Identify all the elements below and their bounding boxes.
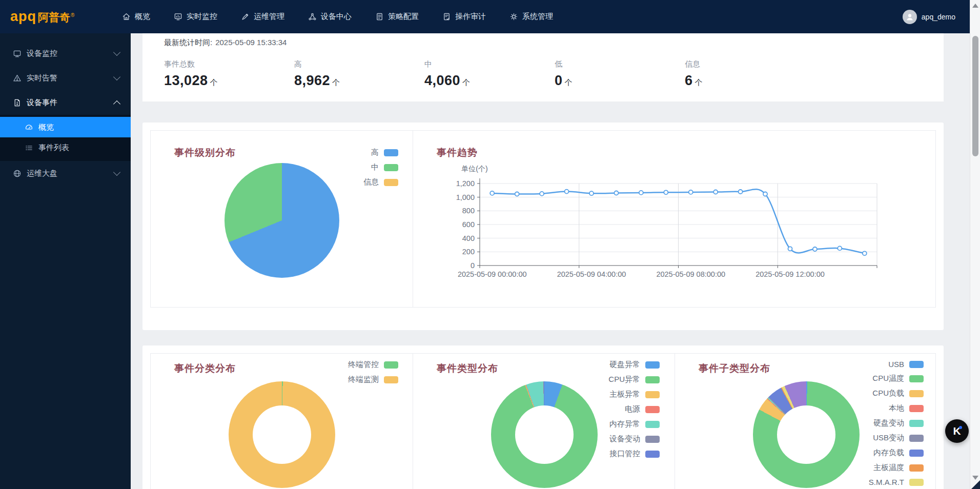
chevron-down-icon [113,169,120,176]
sidebar-item-1[interactable]: 实时告警 [0,66,131,90]
legend-item[interactable]: 硬盘异常 [608,360,660,370]
legend-swatch [645,421,660,428]
legend-swatch [645,361,660,369]
nav-item-5[interactable]: 操作审计 [442,12,486,22]
legend-swatch [909,361,924,368]
sidebar-item-label: 运维大盘 [27,169,57,178]
nav-item-label: 操作审计 [455,12,486,22]
top-navbar: apq 阿普奇 ® 概览实时监控运维管理设备中心策略配置操作审计系统管理 apq… [0,0,980,33]
charts-row-2: 事件分类分布 终端管控 终端监测 事件类型分布 硬盘异常 CPU异常 主板异常 [142,345,944,489]
legend-item[interactable]: USB变动 [858,433,924,443]
sidebar-item-0[interactable]: 设备监控 [0,41,131,66]
brand-logo: apq 阿普奇 ® [0,9,114,25]
legend-item[interactable]: CPU温度 [858,374,924,383]
last-updated-value: 2025-05-09 15:33:34 [215,38,287,47]
legend-item[interactable]: 终端监测 [348,375,398,384]
alert-triangle-icon [13,74,22,83]
legend-item[interactable]: CPU负载 [858,389,924,398]
legend-item[interactable]: 本地 [858,403,924,413]
nav-item-label: 系统管理 [522,12,553,22]
user-avatar-icon [903,10,917,24]
chart-title-event-level: 事件级别分布 [174,146,236,159]
scroll-up-arrow-icon[interactable] [972,4,978,8]
dashboard-gauge-icon [25,123,33,132]
panel-event-subtype-distribution: 事件子类型分布 USB CPU温度 CPU负载 本地 硬盘变动 USB变动 内存… [675,354,936,489]
nav-item-label: 实时监控 [187,12,217,22]
legend-item[interactable]: CPU异常 [608,375,660,384]
sidebar-subitem-1[interactable]: 事件列表 [0,137,131,158]
sidebar-submenu: 概览事件列表 [0,115,131,161]
legend-item[interactable]: 信息 [363,177,398,187]
legend-item[interactable]: 硬盘变动 [858,418,924,428]
legend-label: 硬盘变动 [873,418,904,428]
legend-swatch [909,464,924,472]
legend-label: CPU温度 [872,374,904,383]
legend-label: 主板异常 [609,390,640,399]
chevron-down-icon [113,49,120,56]
charts-row-2-box: 事件分类分布 终端管控 终端监测 事件类型分布 硬盘异常 CPU异常 主板异常 [150,353,936,489]
panel-event-level-distribution: 事件级别分布 高 中 信息 [151,131,413,307]
legend-swatch [909,405,924,412]
nav-item-0[interactable]: 概览 [122,12,150,22]
legend-item[interactable]: 电源 [608,404,660,414]
top-nav-menu: 概览实时监控运维管理设备中心策略配置操作审计系统管理 [122,12,553,22]
legend-item[interactable]: 内存异常 [608,419,660,429]
nav-item-4[interactable]: 策略配置 [375,12,419,22]
screen-icon [13,49,22,58]
svg-text:1,200: 1,200 [456,179,475,188]
nav-item-1[interactable]: 实时监控 [174,12,217,22]
legend-label: 高 [371,148,379,157]
svg-text:600: 600 [462,220,475,229]
nav-item-label: 策略配置 [388,12,419,22]
legend-item[interactable]: 终端管控 [348,360,398,370]
svg-text:2025-05-09 12:00:00: 2025-05-09 12:00:00 [756,270,825,278]
event-level-pie-chart [224,163,339,278]
legend-item[interactable]: 主板异常 [608,390,660,399]
panel-event-category-distribution: 事件分类分布 终端管控 终端监测 [151,354,413,489]
user-menu[interactable]: apq_demo [903,0,955,33]
assistant-widget-button[interactable]: K [945,419,969,443]
sidebar-item-3[interactable]: 运维大盘 [0,161,131,186]
nav-item-label: 运维管理 [254,12,284,22]
legend-event-subtype: USB CPU温度 CPU负载 本地 硬盘变动 USB变动 内存负载 主板温度 [858,360,924,489]
legend-item[interactable]: 接口管控 [608,449,660,459]
nav-item-label: 设备中心 [321,12,352,22]
nav-item-6[interactable]: 系统管理 [509,12,553,22]
legend-swatch [909,479,924,486]
scroll-down-arrow-icon[interactable] [972,476,978,480]
gear-icon [509,12,518,21]
chart-title-event-category: 事件分类分布 [174,362,236,375]
list-lines-icon [25,144,33,152]
legend-item[interactable]: 高 [363,148,398,157]
sidebar-item-2[interactable]: 设备事件 [0,90,131,115]
stat-value: 0个 [555,73,685,89]
stat-label: 低 [555,59,685,69]
legend-label: S.M.A.R.T [869,478,904,486]
legend-label: 中 [371,162,379,172]
legend-swatch [384,361,398,369]
last-updated-label: 最新统计时间: [164,38,212,47]
legend-item[interactable]: 中 [363,162,398,172]
legend-item[interactable]: USB [858,360,924,369]
svg-text:400: 400 [462,234,475,242]
audit-doc-icon [442,12,451,21]
page-scrollbar[interactable] [970,0,980,489]
legend-item[interactable]: 设备变动 [608,434,660,444]
legend-swatch [645,436,660,443]
legend-label: 接口管控 [609,449,640,459]
window-corner-decoration [971,480,980,489]
legend-label: 主板温度 [873,463,904,473]
scrollbar-thumb[interactable] [972,36,978,156]
svg-text:1,000: 1,000 [456,193,475,201]
sidebar-subitem-0[interactable]: 概览 [0,117,131,137]
nav-item-3[interactable]: 设备中心 [308,12,352,22]
nav-item-2[interactable]: 运维管理 [241,12,284,22]
legend-item[interactable]: 主板温度 [858,463,924,473]
legend-item[interactable]: S.M.A.R.T [858,478,924,486]
chevron-down-icon [113,73,120,80]
donut-hole [253,405,311,464]
legend-item[interactable]: 内存负载 [858,448,924,458]
svg-text:0: 0 [471,261,475,270]
legend-event-category: 终端管控 终端监测 [348,360,398,384]
stat-item-1: 高 8,962个 [294,59,424,89]
